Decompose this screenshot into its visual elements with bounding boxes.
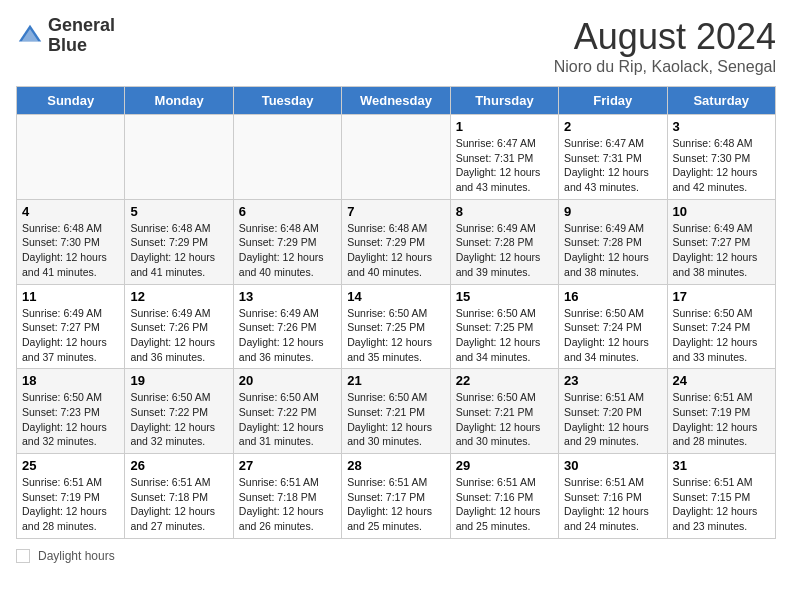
day-info: Sunrise: 6:51 AMSunset: 7:15 PMDaylight:… <box>673 475 770 534</box>
day-info: Sunrise: 6:49 AMSunset: 7:28 PMDaylight:… <box>456 221 553 280</box>
day-cell <box>17 115 125 200</box>
day-info: Sunrise: 6:48 AMSunset: 7:29 PMDaylight:… <box>347 221 444 280</box>
day-cell: 28Sunrise: 6:51 AMSunset: 7:17 PMDayligh… <box>342 454 450 539</box>
day-number: 17 <box>673 289 770 304</box>
day-info: Sunrise: 6:50 AMSunset: 7:21 PMDaylight:… <box>456 390 553 449</box>
logo-line2: Blue <box>48 36 115 56</box>
day-info: Sunrise: 6:51 AMSunset: 7:16 PMDaylight:… <box>456 475 553 534</box>
day-info: Sunrise: 6:48 AMSunset: 7:30 PMDaylight:… <box>673 136 770 195</box>
weekday-header-wednesday: Wednesday <box>342 87 450 115</box>
day-cell: 27Sunrise: 6:51 AMSunset: 7:18 PMDayligh… <box>233 454 341 539</box>
weekday-header-sunday: Sunday <box>17 87 125 115</box>
day-number: 11 <box>22 289 119 304</box>
day-cell: 15Sunrise: 6:50 AMSunset: 7:25 PMDayligh… <box>450 284 558 369</box>
main-title: August 2024 <box>554 16 776 58</box>
week-row-3: 11Sunrise: 6:49 AMSunset: 7:27 PMDayligh… <box>17 284 776 369</box>
day-cell: 8Sunrise: 6:49 AMSunset: 7:28 PMDaylight… <box>450 199 558 284</box>
day-number: 4 <box>22 204 119 219</box>
day-cell: 25Sunrise: 6:51 AMSunset: 7:19 PMDayligh… <box>17 454 125 539</box>
subtitle: Nioro du Rip, Kaolack, Senegal <box>554 58 776 76</box>
day-info: Sunrise: 6:51 AMSunset: 7:17 PMDaylight:… <box>347 475 444 534</box>
day-info: Sunrise: 6:50 AMSunset: 7:21 PMDaylight:… <box>347 390 444 449</box>
day-number: 23 <box>564 373 661 388</box>
day-number: 15 <box>456 289 553 304</box>
day-cell: 16Sunrise: 6:50 AMSunset: 7:24 PMDayligh… <box>559 284 667 369</box>
day-info: Sunrise: 6:48 AMSunset: 7:29 PMDaylight:… <box>239 221 336 280</box>
logo: General Blue <box>16 16 115 56</box>
title-area: August 2024 Nioro du Rip, Kaolack, Seneg… <box>554 16 776 76</box>
day-number: 7 <box>347 204 444 219</box>
day-info: Sunrise: 6:50 AMSunset: 7:25 PMDaylight:… <box>456 306 553 365</box>
daylight-label: Daylight hours <box>38 549 115 563</box>
day-number: 1 <box>456 119 553 134</box>
day-cell: 21Sunrise: 6:50 AMSunset: 7:21 PMDayligh… <box>342 369 450 454</box>
day-info: Sunrise: 6:50 AMSunset: 7:22 PMDaylight:… <box>130 390 227 449</box>
day-number: 25 <box>22 458 119 473</box>
day-cell: 29Sunrise: 6:51 AMSunset: 7:16 PMDayligh… <box>450 454 558 539</box>
day-info: Sunrise: 6:49 AMSunset: 7:27 PMDaylight:… <box>22 306 119 365</box>
day-number: 29 <box>456 458 553 473</box>
weekday-header-row: SundayMondayTuesdayWednesdayThursdayFrid… <box>17 87 776 115</box>
week-row-2: 4Sunrise: 6:48 AMSunset: 7:30 PMDaylight… <box>17 199 776 284</box>
day-cell: 3Sunrise: 6:48 AMSunset: 7:30 PMDaylight… <box>667 115 775 200</box>
day-cell <box>233 115 341 200</box>
day-info: Sunrise: 6:48 AMSunset: 7:30 PMDaylight:… <box>22 221 119 280</box>
footer: Daylight hours <box>16 549 776 563</box>
day-number: 10 <box>673 204 770 219</box>
day-info: Sunrise: 6:51 AMSunset: 7:20 PMDaylight:… <box>564 390 661 449</box>
day-cell: 18Sunrise: 6:50 AMSunset: 7:23 PMDayligh… <box>17 369 125 454</box>
day-info: Sunrise: 6:51 AMSunset: 7:18 PMDaylight:… <box>130 475 227 534</box>
day-cell: 1Sunrise: 6:47 AMSunset: 7:31 PMDaylight… <box>450 115 558 200</box>
day-cell: 26Sunrise: 6:51 AMSunset: 7:18 PMDayligh… <box>125 454 233 539</box>
day-cell: 4Sunrise: 6:48 AMSunset: 7:30 PMDaylight… <box>17 199 125 284</box>
day-number: 8 <box>456 204 553 219</box>
day-cell: 7Sunrise: 6:48 AMSunset: 7:29 PMDaylight… <box>342 199 450 284</box>
day-cell: 11Sunrise: 6:49 AMSunset: 7:27 PMDayligh… <box>17 284 125 369</box>
day-number: 13 <box>239 289 336 304</box>
day-number: 24 <box>673 373 770 388</box>
day-cell: 13Sunrise: 6:49 AMSunset: 7:26 PMDayligh… <box>233 284 341 369</box>
weekday-header-saturday: Saturday <box>667 87 775 115</box>
day-number: 31 <box>673 458 770 473</box>
day-cell: 19Sunrise: 6:50 AMSunset: 7:22 PMDayligh… <box>125 369 233 454</box>
logo-icon <box>16 22 44 50</box>
day-number: 21 <box>347 373 444 388</box>
day-number: 6 <box>239 204 336 219</box>
day-cell: 30Sunrise: 6:51 AMSunset: 7:16 PMDayligh… <box>559 454 667 539</box>
day-cell: 12Sunrise: 6:49 AMSunset: 7:26 PMDayligh… <box>125 284 233 369</box>
weekday-header-friday: Friday <box>559 87 667 115</box>
weekday-header-monday: Monday <box>125 87 233 115</box>
day-number: 28 <box>347 458 444 473</box>
logo-line1: General <box>48 16 115 36</box>
day-info: Sunrise: 6:50 AMSunset: 7:24 PMDaylight:… <box>673 306 770 365</box>
day-info: Sunrise: 6:51 AMSunset: 7:16 PMDaylight:… <box>564 475 661 534</box>
day-info: Sunrise: 6:51 AMSunset: 7:18 PMDaylight:… <box>239 475 336 534</box>
day-info: Sunrise: 6:47 AMSunset: 7:31 PMDaylight:… <box>564 136 661 195</box>
day-number: 12 <box>130 289 227 304</box>
header: General Blue August 2024 Nioro du Rip, K… <box>16 16 776 76</box>
day-cell: 24Sunrise: 6:51 AMSunset: 7:19 PMDayligh… <box>667 369 775 454</box>
day-info: Sunrise: 6:49 AMSunset: 7:28 PMDaylight:… <box>564 221 661 280</box>
day-number: 26 <box>130 458 227 473</box>
day-info: Sunrise: 6:50 AMSunset: 7:24 PMDaylight:… <box>564 306 661 365</box>
day-cell: 9Sunrise: 6:49 AMSunset: 7:28 PMDaylight… <box>559 199 667 284</box>
day-info: Sunrise: 6:47 AMSunset: 7:31 PMDaylight:… <box>456 136 553 195</box>
day-info: Sunrise: 6:50 AMSunset: 7:23 PMDaylight:… <box>22 390 119 449</box>
day-number: 5 <box>130 204 227 219</box>
day-cell: 22Sunrise: 6:50 AMSunset: 7:21 PMDayligh… <box>450 369 558 454</box>
day-number: 9 <box>564 204 661 219</box>
day-info: Sunrise: 6:48 AMSunset: 7:29 PMDaylight:… <box>130 221 227 280</box>
day-number: 18 <box>22 373 119 388</box>
day-cell: 5Sunrise: 6:48 AMSunset: 7:29 PMDaylight… <box>125 199 233 284</box>
day-info: Sunrise: 6:49 AMSunset: 7:27 PMDaylight:… <box>673 221 770 280</box>
day-cell <box>125 115 233 200</box>
day-cell: 6Sunrise: 6:48 AMSunset: 7:29 PMDaylight… <box>233 199 341 284</box>
week-row-5: 25Sunrise: 6:51 AMSunset: 7:19 PMDayligh… <box>17 454 776 539</box>
day-info: Sunrise: 6:50 AMSunset: 7:22 PMDaylight:… <box>239 390 336 449</box>
weekday-header-thursday: Thursday <box>450 87 558 115</box>
day-number: 14 <box>347 289 444 304</box>
day-info: Sunrise: 6:50 AMSunset: 7:25 PMDaylight:… <box>347 306 444 365</box>
week-row-4: 18Sunrise: 6:50 AMSunset: 7:23 PMDayligh… <box>17 369 776 454</box>
day-cell: 20Sunrise: 6:50 AMSunset: 7:22 PMDayligh… <box>233 369 341 454</box>
daylight-box-icon <box>16 549 30 563</box>
